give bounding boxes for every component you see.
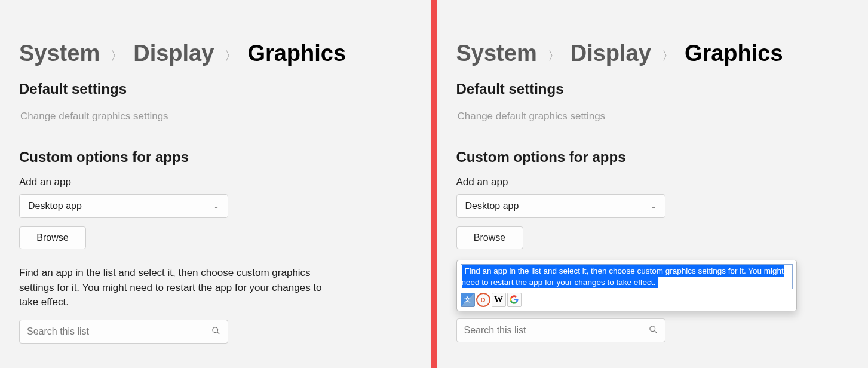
custom-options-title: Custom options for apps <box>456 149 849 165</box>
search-placeholder: Search this list <box>464 325 649 336</box>
default-settings-title: Default settings <box>456 81 849 97</box>
settings-left-panel: System 〉 Display 〉 Graphics Default sett… <box>0 0 431 368</box>
search-placeholder: Search this list <box>27 326 211 337</box>
comparison-divider <box>431 0 437 368</box>
breadcrumb: System 〉 Display 〉 Graphics <box>456 41 849 66</box>
chevron-right-icon: 〉 <box>548 48 560 64</box>
breadcrumb-display[interactable]: Display <box>133 41 214 66</box>
chevron-down-icon: ⌄ <box>213 202 219 210</box>
selected-help-text[interactable]: Find an app in the list and select it, t… <box>462 265 784 288</box>
chevron-right-icon: 〉 <box>662 48 674 64</box>
breadcrumb-graphics: Graphics <box>247 41 346 66</box>
chevron-down-icon: ⌄ <box>651 202 657 210</box>
default-settings-title: Default settings <box>19 81 412 97</box>
app-type-select[interactable]: Desktop app ⌄ <box>19 194 228 218</box>
search-list-input[interactable]: Search this list <box>456 318 665 342</box>
help-text: Find an app in the list and select it, t… <box>19 266 342 310</box>
google-icon[interactable] <box>507 293 522 307</box>
svg-line-3 <box>654 330 656 332</box>
search-icon <box>649 325 658 336</box>
translate-icon[interactable]: 文 <box>461 293 475 307</box>
search-icon <box>211 326 220 337</box>
text-selection-popup: Find an app in the list and select it, t… <box>456 260 797 311</box>
custom-options-title: Custom options for apps <box>19 149 412 165</box>
breadcrumb-system[interactable]: System <box>456 41 537 66</box>
app-type-select[interactable]: Desktop app ⌄ <box>456 194 665 218</box>
add-app-label: Add an app <box>456 176 849 188</box>
browse-button[interactable]: Browse <box>456 226 523 249</box>
svg-point-2 <box>649 326 655 332</box>
svg-point-0 <box>213 327 218 333</box>
wikipedia-icon[interactable]: W <box>492 293 506 307</box>
duckduckgo-icon[interactable]: D <box>476 293 490 307</box>
settings-right-panel: System 〉 Display 〉 Graphics Default sett… <box>437 0 869 368</box>
chevron-right-icon: 〉 <box>111 48 122 64</box>
search-list-input[interactable]: Search this list <box>19 320 228 344</box>
add-app-label: Add an app <box>19 176 412 188</box>
browse-button[interactable]: Browse <box>19 226 86 249</box>
change-default-link[interactable]: Change default graphics settings <box>458 111 849 122</box>
breadcrumb-graphics: Graphics <box>685 41 783 66</box>
svg-line-1 <box>217 332 219 334</box>
search-provider-row: 文 D W <box>461 293 793 307</box>
app-type-selected-value: Desktop app <box>465 201 519 211</box>
change-default-link[interactable]: Change default graphics settings <box>20 111 412 122</box>
breadcrumb-display[interactable]: Display <box>571 41 651 66</box>
breadcrumb: System 〉 Display 〉 Graphics <box>19 41 412 66</box>
breadcrumb-system[interactable]: System <box>19 41 100 66</box>
chevron-right-icon: 〉 <box>225 48 237 64</box>
app-type-selected-value: Desktop app <box>28 201 82 211</box>
